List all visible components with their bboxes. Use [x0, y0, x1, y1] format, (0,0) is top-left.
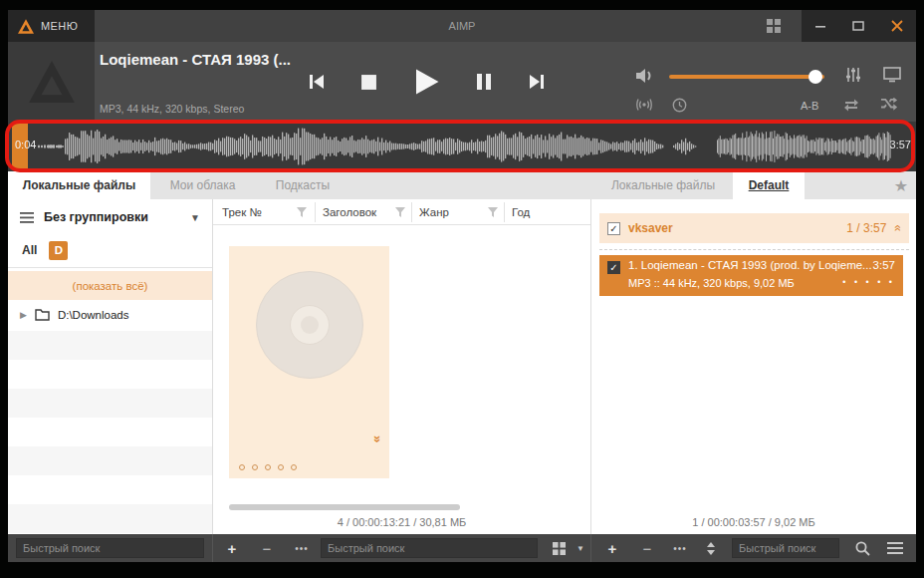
track-row-info: MP3 :: 44 kHz, 320 kbps, 9,02 МБ: [628, 277, 842, 289]
total-time: 3:57: [890, 139, 911, 150]
library-add-button[interactable]: +: [219, 534, 245, 562]
playlist-track-row[interactable]: ✓ 1. Loqiemean - СТАЯ 1993 (prod. by Loq…: [599, 255, 903, 296]
window-controls: [802, 10, 916, 42]
repeat-icon[interactable]: [842, 98, 860, 116]
maximize-button[interactable]: [839, 10, 877, 42]
col-track-no[interactable]: Трек №: [222, 199, 262, 225]
library-more-button[interactable]: •••: [289, 534, 315, 562]
playlist-status: 1 / 00:00:03:57 / 9,02 МБ: [591, 516, 916, 528]
playlist-add-button[interactable]: +: [599, 534, 625, 562]
col-genre[interactable]: Жанр: [419, 199, 449, 225]
group-checkbox[interactable]: ✓: [607, 222, 620, 235]
display-icon[interactable]: [883, 67, 901, 87]
track-title: Loqiemean - СТАЯ 1993 (...: [100, 51, 329, 68]
layout-grid-icon[interactable]: [756, 10, 792, 42]
card-dots: [239, 464, 297, 470]
filter-all[interactable]: All: [22, 243, 37, 257]
next-button[interactable]: [527, 72, 547, 92]
toolbar-divider: [590, 534, 591, 562]
expand-arrow-icon[interactable]: ▶: [20, 310, 27, 320]
filter-funnel-icon[interactable]: [488, 207, 498, 217]
show-all-item[interactable]: (показать всё): [8, 271, 212, 300]
ab-repeat-button[interactable]: A-B: [801, 100, 818, 112]
sidebar-search-input[interactable]: [16, 538, 204, 558]
secondary-controls: A-B: [8, 97, 916, 117]
search-icon[interactable]: [849, 534, 875, 562]
library-remove-button[interactable]: −: [254, 534, 280, 562]
column-divider[interactable]: [315, 202, 316, 222]
tab-playlist-default[interactable]: Default: [733, 171, 805, 199]
folder-item-downloads[interactable]: ▶ D:\Downloads: [8, 300, 212, 329]
play-button[interactable]: [411, 67, 441, 97]
playlist-panel: ✓ vksaver 1 / 3:57 » ✓ 1. Loqiemean - СТ…: [591, 199, 916, 534]
view-dropdown-caret-icon[interactable]: ▼: [572, 534, 589, 562]
tab-my-clouds[interactable]: Мои облака: [150, 171, 255, 199]
group-name: vksaver: [628, 221, 838, 235]
filter-funnel-icon[interactable]: [395, 207, 405, 217]
playlist-search-input[interactable]: [732, 538, 839, 558]
playlist-group-header[interactable]: ✓ vksaver 1 / 3:57 »: [599, 213, 909, 243]
waveform-canvas[interactable]: [8, 124, 916, 169]
group-count: 1 / 3:57: [846, 221, 886, 235]
track-rating-dots[interactable]: • • • • •: [842, 277, 895, 289]
album-group-card[interactable]: »: [229, 246, 389, 478]
tab-playlist-local-files[interactable]: Локальные файлы: [593, 171, 733, 199]
col-year[interactable]: Год: [512, 199, 530, 225]
collapse-double-chevron-icon[interactable]: »: [891, 225, 905, 232]
sidebar-separator: [8, 267, 212, 268]
bookmark-star-icon[interactable]: ★: [894, 176, 908, 195]
tab-podcasts[interactable]: Подкасты: [255, 171, 350, 199]
equalizer-icon[interactable]: [845, 67, 861, 87]
col-title[interactable]: Заголовок: [323, 199, 376, 225]
titlebar: МЕНЮ AIMP: [8, 10, 916, 42]
column-divider[interactable]: [411, 202, 412, 222]
empty-rows: [8, 331, 212, 534]
folder-icon: [35, 309, 50, 321]
expand-double-chevron-icon[interactable]: »: [370, 435, 385, 442]
toolbar-divider: [212, 534, 213, 562]
library-search-input[interactable]: [321, 538, 538, 558]
volume-icon[interactable]: [634, 67, 656, 89]
letter-filter-row: All D: [8, 235, 212, 265]
shuffle-icon[interactable]: [880, 98, 898, 116]
track-checkbox[interactable]: ✓: [607, 261, 620, 274]
content-area: Без группировки ▼ All D (показать всё) ▶…: [8, 199, 916, 534]
table-header: Трек № Заголовок Жанр Год: [213, 199, 590, 225]
minimize-button[interactable]: [802, 10, 839, 42]
filter-letter-d[interactable]: D: [49, 241, 68, 260]
chevron-down-icon: ▼: [190, 212, 200, 223]
folder-label: D:\Downloads: [58, 309, 129, 321]
cd-disc-graphic: [256, 271, 363, 379]
library-status: 4 / 00:00:13:21 / 30,81 МБ: [213, 516, 590, 528]
volume-slider-thumb[interactable]: [808, 70, 822, 84]
playlist-remove-button[interactable]: −: [634, 534, 660, 562]
player-section: Loqiemean - СТАЯ 1993 (... MP3, 44 kHz, …: [8, 42, 916, 122]
track-row-title: 1. Loqiemean - СТАЯ 1993 (prod. by Loqie…: [628, 259, 873, 274]
dashed-separator: [599, 249, 909, 250]
stop-button[interactable]: [360, 74, 377, 91]
playlist-menu-icon[interactable]: [882, 534, 908, 562]
hamburger-icon: [20, 212, 34, 223]
tab-local-files[interactable]: Локальные файлы: [8, 171, 150, 199]
bottom-toolbar: + − ••• ▼ + − •••: [8, 534, 916, 562]
grouping-selector[interactable]: Без группировки ▼: [8, 199, 212, 235]
close-button[interactable]: [878, 10, 916, 42]
horizontal-scrollbar-thumb[interactable]: [229, 504, 460, 510]
pause-button[interactable]: [475, 72, 493, 92]
radio-capture-icon[interactable]: [635, 98, 653, 116]
playlist-more-button[interactable]: •••: [667, 534, 693, 562]
tab-strip: Локальные файлы Мои облака Подкасты Лока…: [8, 171, 916, 199]
grouping-label: Без группировки: [44, 210, 148, 224]
previous-button[interactable]: [307, 72, 327, 92]
column-divider[interactable]: [504, 202, 505, 222]
volume-slider[interactable]: [669, 75, 824, 79]
library-table: Трек № Заголовок Жанр Год » 4 / 00:00:13: [213, 199, 590, 534]
waveform-seekbar[interactable]: 0:04 3:57: [8, 122, 916, 171]
aimp-window: МЕНЮ AIMP Loqiemean - СТАЯ 1993 (... MP3…: [8, 10, 916, 562]
filter-funnel-icon[interactable]: [297, 207, 307, 217]
view-grid-icon[interactable]: [546, 534, 572, 562]
sleep-timer-icon[interactable]: [672, 98, 687, 117]
sort-updown-icon[interactable]: [698, 534, 724, 562]
elapsed-time: 0:04: [15, 139, 36, 150]
track-row-duration: 3:57: [873, 259, 895, 274]
